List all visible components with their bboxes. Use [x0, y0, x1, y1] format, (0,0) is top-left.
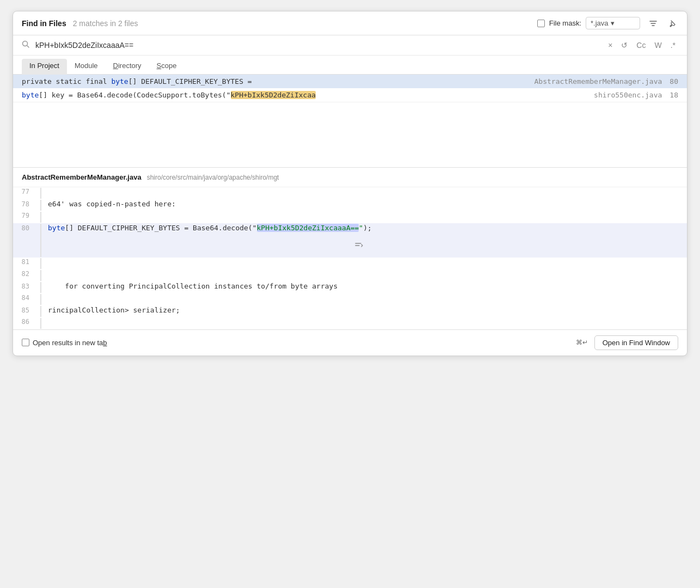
- panel-title: Find in Files: [22, 19, 66, 28]
- filter-button[interactable]: [647, 18, 660, 29]
- table-row[interactable]: private static final byte[] DEFAULT_CIPH…: [13, 75, 687, 88]
- code-panel-header: AbstractRememberMeManager.java shiro/cor…: [13, 168, 687, 187]
- line-number-85: 85: [13, 307, 38, 314]
- code-lines: 77 78 e64' was copied-n-pasted here: 79 …: [13, 187, 687, 329]
- line-number-81: 81: [13, 258, 38, 266]
- line-gutter-84: [38, 294, 41, 305]
- regex-button[interactable]: .*: [668, 40, 678, 51]
- code-line-79: 79: [13, 211, 687, 223]
- file-mask-area: File mask: *.java ▾: [537, 17, 640, 29]
- line-gutter-83: [38, 282, 41, 293]
- result-code-2: byte[] key = Base64.decode(CodecSupport.…: [22, 91, 591, 99]
- line-content-83: for converting PrincipalCollection insta…: [48, 282, 337, 290]
- find-in-files-panel: Find in Files 2 matches in 2 files File …: [13, 11, 687, 356]
- open-find-window-button[interactable]: Open in Find Window: [594, 335, 678, 350]
- line-number-86: 86: [13, 318, 38, 326]
- line-content-78: e64' was copied-n-pasted here:: [48, 200, 176, 208]
- code-line-78: 78 e64' was copied-n-pasted here:: [13, 199, 687, 211]
- search-bar: kPH+bIxk5D2deZiIxcaaaA== × ↺ Cc W .*: [13, 35, 687, 56]
- result-code-1: private static final byte[] DEFAULT_CIPH…: [22, 77, 531, 85]
- line-gutter-82: [38, 270, 41, 281]
- pin-button[interactable]: [666, 19, 678, 28]
- keyboard-shortcut: ⌘↵: [576, 339, 588, 346]
- refresh-button[interactable]: ↺: [618, 40, 630, 51]
- tab-directory[interactable]: Directory: [106, 59, 149, 75]
- code-filepath: shiro/core/src/main/java/org/apache/shir…: [147, 174, 279, 181]
- line-gutter-85: [38, 306, 41, 317]
- line-number-82: 82: [13, 270, 38, 278]
- line-number-80: 80: [13, 224, 38, 232]
- shortcut-key: ⌘↵: [576, 339, 588, 346]
- code-line-80: 80 byte[] DEFAULT_CIPHER_KEY_BYTES = Bas…: [13, 223, 687, 258]
- match-case-button[interactable]: Cc: [634, 40, 648, 51]
- result-file-2: shiro550enc.java: [594, 91, 662, 99]
- line-number-83: 83: [13, 283, 38, 290]
- line-number-78: 78: [13, 200, 38, 208]
- clear-search-button[interactable]: ×: [605, 40, 615, 51]
- line-number-77: 77: [13, 188, 38, 195]
- file-mask-label: File mask:: [549, 19, 581, 27]
- line-content-85: rincipalCollection> serializer;: [48, 306, 180, 314]
- file-mask-input[interactable]: *.java ▾: [586, 17, 640, 29]
- result-line-1: 80: [670, 77, 678, 85]
- line-content-80: byte[] DEFAULT_CIPHER_KEY_BYTES = Base64…: [48, 224, 372, 257]
- code-line-85: 85 rincipalCollection> serializer;: [13, 305, 687, 317]
- line-number-84: 84: [13, 294, 38, 302]
- search-query: kPH+bIxk5D2deZiIxcaaaA==: [35, 41, 600, 50]
- line-gutter-81: [38, 258, 41, 269]
- code-line-77: 77: [13, 187, 687, 199]
- table-row[interactable]: byte[] key = Base64.decode(CodecSupport.…: [13, 88, 687, 102]
- line-number-79: 79: [13, 212, 38, 219]
- line-gutter-86: [38, 318, 41, 329]
- code-panel: AbstractRememberMeManager.java shiro/cor…: [13, 167, 687, 329]
- code-line-83: 83 for converting PrincipalCollection in…: [13, 281, 687, 293]
- code-line-82: 82: [13, 270, 687, 281]
- line-gutter-79: [38, 212, 41, 223]
- matches-count: 2 matches in 2 files: [73, 19, 138, 28]
- search-icon: [22, 40, 30, 50]
- chevron-down-icon: ▾: [611, 19, 615, 27]
- code-filename: AbstractRememberMeManager.java: [22, 173, 142, 181]
- whole-word-button[interactable]: W: [652, 40, 664, 51]
- result-file-1: AbstractRememberMeManager.java: [535, 77, 662, 85]
- line-gutter-77: [38, 188, 41, 199]
- empty-space: [13, 102, 687, 167]
- tab-module[interactable]: Module: [67, 59, 106, 75]
- code-line-81: 81: [13, 258, 687, 270]
- line-gutter-80: [38, 224, 41, 257]
- open-tab-checkbox[interactable]: [22, 339, 29, 346]
- code-line-84: 84: [13, 293, 687, 305]
- code-line-86: 86: [13, 317, 687, 329]
- file-mask-checkbox[interactable]: [537, 20, 545, 27]
- file-mask-value: *.java: [591, 19, 609, 27]
- search-actions: × ↺ Cc W .*: [605, 40, 678, 51]
- results-area: private static final byte[] DEFAULT_CIPH…: [13, 75, 687, 102]
- open-tab-label: Open results in new tab: [33, 339, 107, 347]
- result-line-2: 18: [670, 91, 678, 99]
- header: Find in Files 2 matches in 2 files File …: [13, 11, 687, 35]
- open-tab-wrap: Open results in new tab: [22, 339, 107, 347]
- search-scope-tabs: In Project Module Directory Scope: [13, 56, 687, 75]
- svg-point-0: [23, 41, 28, 46]
- line-gutter-78: [38, 200, 41, 211]
- tab-scope[interactable]: Scope: [149, 59, 185, 75]
- footer: Open results in new tab ⌘↵ Open in Find …: [13, 329, 687, 356]
- tab-in-project[interactable]: In Project: [22, 59, 67, 75]
